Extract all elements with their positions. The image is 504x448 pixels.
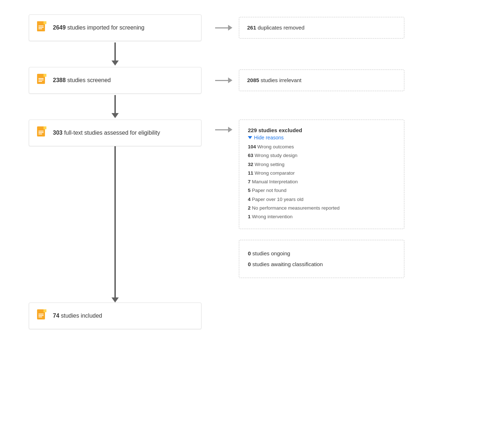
screened-label: studies screened bbox=[66, 77, 111, 83]
fulltext-label: full-text studies assessed for eligibili… bbox=[63, 130, 160, 136]
duplicates-number: 261 bbox=[247, 24, 256, 31]
reason-1: 104 Wrong outcomes bbox=[248, 143, 395, 151]
reason-6: 5 Paper not found bbox=[248, 186, 395, 195]
duplicates-box-container: 261 duplicates removed bbox=[239, 17, 482, 39]
svg-rect-9 bbox=[44, 74, 46, 77]
included-label: studies included bbox=[59, 313, 102, 319]
right-side-boxes: 229 studies excluded Hide reasons 104 Wr… bbox=[239, 120, 482, 278]
fulltext-box: 303 full-text studies assessed for eligi… bbox=[29, 120, 201, 146]
duplicates-box: 261 duplicates removed bbox=[239, 17, 404, 39]
svg-rect-3 bbox=[44, 21, 46, 24]
screened-text: 2388 studies screened bbox=[53, 76, 111, 84]
hide-reasons-label: Hide reasons bbox=[254, 135, 284, 140]
reason-5: 7 Manual Interpretation bbox=[248, 178, 395, 186]
included-box: 74 studies included bbox=[29, 303, 201, 329]
included-number: 74 bbox=[53, 313, 59, 319]
svg-rect-21 bbox=[44, 309, 46, 312]
irrelevant-number: 2085 bbox=[247, 77, 259, 83]
hide-reasons-button[interactable]: Hide reasons bbox=[248, 135, 395, 140]
irrelevant-text: 2085 studies irrelevant bbox=[247, 77, 301, 83]
ongoing-label: studies ongoing bbox=[251, 250, 290, 256]
irrelevant-box: 2085 studies irrelevant bbox=[239, 70, 404, 91]
ongoing-box: 0 studies ongoing 0 studies awaiting cla… bbox=[239, 240, 404, 278]
fulltext-text: 303 full-text studies assessed for eligi… bbox=[53, 129, 160, 137]
screened-box: 2388 studies screened bbox=[29, 67, 201, 94]
irrelevant-box-container: 2085 studies irrelevant bbox=[239, 70, 482, 91]
reasons-list: 104 Wrong outcomes 63 Wrong study design… bbox=[248, 143, 395, 221]
fulltext-number: 303 bbox=[53, 130, 63, 136]
excluded-number: 229 bbox=[248, 127, 257, 133]
excluded-title-label: studies excluded bbox=[257, 127, 302, 133]
document-icon bbox=[36, 21, 48, 34]
reason-4: 11 Wrong comparator bbox=[248, 169, 395, 178]
prisma-flow-diagram: 2649 studies imported for screening 261 … bbox=[14, 11, 490, 333]
document-icon-2 bbox=[36, 74, 48, 87]
arrow-down-1 bbox=[112, 42, 119, 66]
document-icon-3 bbox=[36, 126, 48, 139]
tall-arrow-down bbox=[112, 146, 119, 303]
excluded-title: 229 studies excluded bbox=[248, 127, 395, 133]
imported-number: 2649 bbox=[53, 24, 66, 31]
reason-3: 32 Wrong setting bbox=[248, 160, 395, 169]
included-text: 74 studies included bbox=[53, 312, 102, 320]
ongoing-text: 0 studies ongoing 0 studies awaiting cla… bbox=[248, 248, 395, 270]
duplicates-text: 261 duplicates removed bbox=[247, 24, 304, 31]
awaiting-label: studies awaiting classification bbox=[251, 261, 323, 267]
arrow-right-excluded bbox=[215, 127, 232, 133]
reason-8: 2 No performance measurements reported bbox=[248, 204, 395, 212]
excluded-box: 229 studies excluded Hide reasons 104 Wr… bbox=[239, 120, 404, 229]
duplicates-label: duplicates removed bbox=[256, 24, 304, 31]
arrow-down-2 bbox=[112, 95, 119, 118]
reason-2: 63 Wrong study design bbox=[248, 151, 395, 160]
irrelevant-label: studies irrelevant bbox=[259, 77, 301, 83]
imported-box: 2649 studies imported for screening bbox=[29, 14, 201, 41]
imported-text: 2649 studies imported for screening bbox=[53, 24, 144, 32]
triangle-icon bbox=[248, 136, 252, 139]
svg-rect-15 bbox=[44, 126, 46, 129]
arrow-right-duplicates bbox=[215, 25, 232, 31]
document-icon-4 bbox=[36, 309, 48, 322]
reason-9: 1 Wrong intervention bbox=[248, 212, 395, 221]
reason-7: 4 Paper over 10 years old bbox=[248, 195, 395, 204]
arrow-right-irrelevant bbox=[215, 77, 232, 83]
screened-number: 2388 bbox=[53, 77, 66, 83]
imported-label: studies imported for screening bbox=[66, 24, 145, 31]
